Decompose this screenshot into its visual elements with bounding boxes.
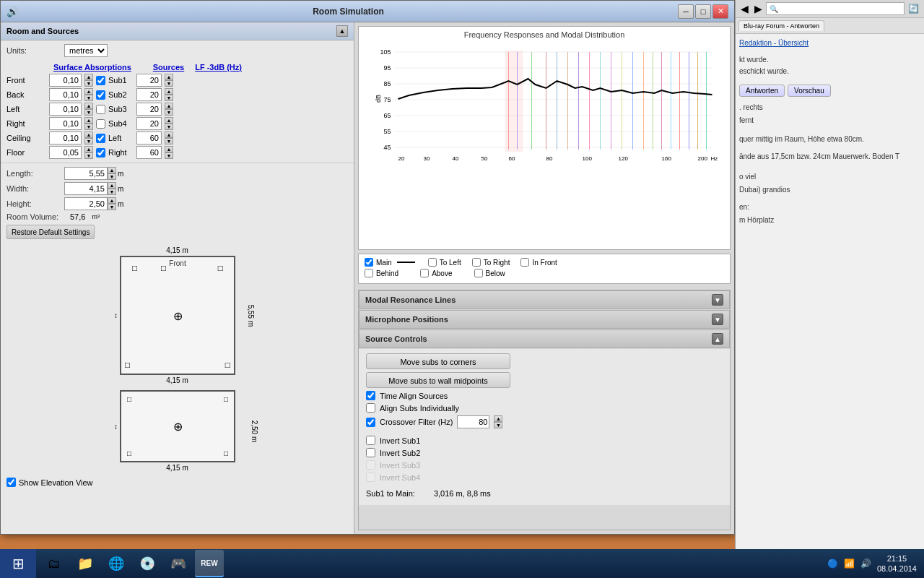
crossover-down[interactable]: ▼ (494, 422, 502, 428)
source-checkbox-3[interactable] (96, 119, 105, 129)
browser-refresh-icon[interactable]: 🔄 (906, 4, 921, 14)
taskbar-icon-rew[interactable]: REW (195, 550, 224, 577)
absorption-input-5[interactable] (49, 146, 82, 159)
browser-tab-active[interactable]: Blu-ray Forum - Antworten (738, 20, 824, 31)
browser-back-icon[interactable]: ◀ (738, 3, 751, 14)
maximize-button[interactable]: □ (695, 4, 711, 19)
legend-behind-label: Behind (376, 269, 398, 277)
modal-resonance-collapse[interactable]: ▼ (712, 294, 723, 306)
width-down[interactable]: ▼ (108, 189, 116, 195)
lf-input-5[interactable] (136, 146, 162, 159)
microphone-positions-header[interactable]: Microphone Positions ▼ (359, 310, 730, 329)
legend-to-left[interactable]: To Left (428, 258, 461, 267)
legend-to-right[interactable]: To Right (472, 258, 510, 267)
lf-input-3[interactable] (136, 117, 162, 130)
lf-input-4[interactable] (136, 131, 162, 144)
vorschau-button[interactable]: Vorschau (788, 85, 831, 97)
panel-collapse-btn[interactable]: ▲ (336, 25, 348, 37)
restore-defaults-button[interactable]: Restore Default Settings (6, 225, 95, 239)
source-checkbox-1[interactable] (96, 90, 105, 100)
show-elevation-checkbox[interactable] (6, 478, 16, 487)
move-subs-corners-button[interactable]: Move subs to corners (366, 353, 510, 369)
legend-to-right-checkbox[interactable] (472, 258, 481, 267)
browser-search-box[interactable]: 🔍 (766, 2, 905, 15)
lf-input-0[interactable] (136, 74, 162, 87)
length-down[interactable]: ▼ (108, 173, 116, 180)
taskbar-icon-steam[interactable]: 🎮 (164, 550, 193, 577)
taskbar-right: 🔵 📶 🔊 21:15 08.04.2014 (820, 553, 924, 574)
taskbar-icon-files[interactable]: 🗂 (40, 550, 69, 577)
close-button[interactable]: ✕ (712, 4, 728, 19)
legend-behind-checkbox[interactable] (365, 269, 373, 277)
crossover-up[interactable]: ▲ (494, 415, 502, 422)
height-up[interactable]: ▲ (108, 197, 116, 204)
legend-behind[interactable]: Behind (365, 269, 398, 277)
sub1-to-main-value: 3,016 m, 8,8 ms (434, 489, 491, 498)
source-checkbox-2[interactable] (96, 105, 105, 114)
length-up[interactable]: ▲ (108, 167, 116, 173)
source-checkbox-0[interactable] (96, 76, 105, 85)
taskbar-clock[interactable]: 21:15 08.04.2014 (877, 553, 917, 574)
units-select[interactable]: metres (64, 44, 108, 57)
invert-sub1-row[interactable]: Invert Sub1 (366, 436, 723, 445)
legend-to-left-checkbox[interactable] (428, 258, 437, 267)
invert-sub2-row[interactable]: Invert Sub2 (366, 448, 723, 457)
invert-sub3-row[interactable]: Invert Sub3 (366, 460, 723, 470)
absorption-input-0[interactable] (49, 74, 82, 87)
taskbar-bluetooth-icon: 🔵 (827, 558, 838, 569)
lf-input-2[interactable] (136, 103, 162, 116)
sources-link[interactable]: Sources (153, 63, 184, 72)
taskbar-icon-folder[interactable]: 📁 (71, 550, 100, 577)
legend-below-checkbox[interactable] (474, 269, 483, 277)
source-controls-header[interactable]: Source Controls ▲ (359, 329, 730, 348)
legend-main-checkbox[interactable] (365, 258, 373, 267)
legend-above-checkbox[interactable] (420, 269, 429, 277)
source-checkbox-4[interactable] (96, 134, 105, 143)
source-checkbox-5[interactable] (96, 148, 105, 158)
invert-sub4-row[interactable]: Invert Sub4 (366, 473, 723, 482)
crossover-checkbox[interactable] (366, 418, 375, 427)
crossover-filter-row[interactable]: Crossover Filter (Hz) ▲ ▼ (366, 415, 723, 428)
align-subs-checkbox[interactable] (366, 403, 375, 413)
svg-text:75: 75 (383, 96, 391, 103)
align-subs-individually-row[interactable]: Align Subs Individually (366, 403, 723, 413)
lf-input-1[interactable] (136, 88, 162, 101)
source-controls-collapse[interactable]: ▲ (712, 333, 723, 345)
modal-resonance-header[interactable]: Modal Resonance Lines ▼ (359, 290, 730, 309)
microphone-positions-collapse[interactable]: ▼ (712, 314, 723, 325)
width-up[interactable]: ▲ (108, 182, 116, 189)
invert-sub3-checkbox[interactable] (366, 460, 375, 470)
time-align-checkbox[interactable] (366, 391, 375, 400)
length-input[interactable] (64, 167, 108, 180)
absorption-input-4[interactable] (49, 131, 82, 144)
absorption-input-1[interactable] (49, 88, 82, 101)
width-input[interactable] (64, 182, 108, 195)
absorption-input-2[interactable] (49, 103, 82, 116)
invert-sub1-checkbox[interactable] (366, 436, 375, 445)
minimize-button[interactable]: ─ (678, 4, 694, 19)
time-align-sources-row[interactable]: Time Align Sources (366, 391, 723, 400)
legend-main[interactable]: Main (365, 258, 417, 267)
legend-above[interactable]: Above (420, 269, 452, 277)
invert-sub2-checkbox[interactable] (366, 448, 375, 457)
svg-text:Hz: Hz (711, 155, 718, 162)
move-subs-midpoints-button[interactable]: Move subs to wall midpoints (366, 372, 510, 388)
show-elevation-row[interactable]: Show Elevation View (6, 478, 348, 487)
antworten-button[interactable]: Antworten (739, 85, 785, 97)
height-input[interactable] (64, 197, 108, 210)
taskbar-icon-dvd[interactable]: 💿 (133, 550, 162, 577)
legend-below[interactable]: Below (474, 269, 505, 277)
browser-link-1[interactable]: Redaktion - Übersicht (739, 38, 920, 48)
legend-in-front[interactable]: In Front (520, 258, 557, 267)
svg-text:45: 45 (383, 144, 391, 151)
taskbar-icon-browser[interactable]: 🌐 (102, 550, 131, 577)
absorption-input-3[interactable] (49, 117, 82, 130)
browser-text-9: en: (739, 201, 920, 214)
crossover-value-input[interactable] (457, 415, 489, 428)
height-down[interactable]: ▼ (108, 204, 116, 210)
legend-in-front-checkbox[interactable] (520, 258, 529, 267)
invert-sub4-checkbox[interactable] (366, 473, 375, 482)
start-button[interactable]: ⊞ (0, 549, 36, 578)
browser-forward-icon[interactable]: ▶ (752, 3, 764, 14)
surface-absorptions-link[interactable]: Surface Absorptions (53, 63, 131, 72)
